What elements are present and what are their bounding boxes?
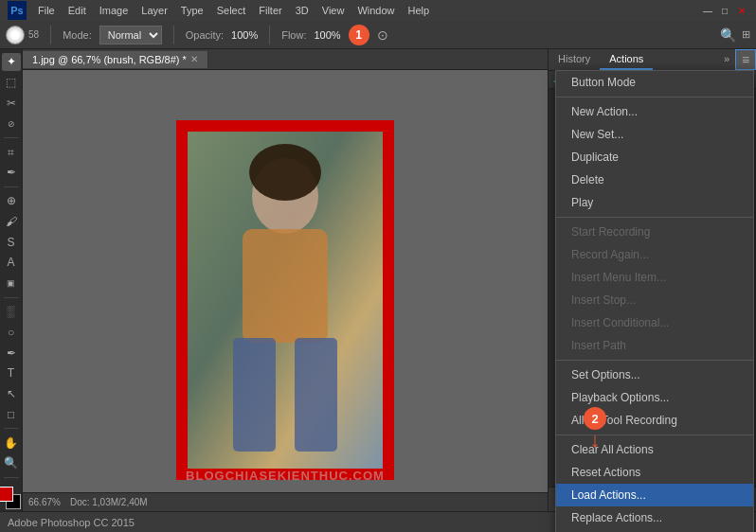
menu-layer[interactable]: Layer [135,3,173,18]
foreground-color[interactable] [0,487,13,502]
tool-shape[interactable]: □ [2,406,21,424]
tool-hand[interactable]: ✋ [2,434,21,452]
tool-separator-1 [4,137,19,138]
app-status-text: Adobe Photoshop CC 2015 [8,517,135,528]
tool-marquee[interactable]: ⬚ [2,74,21,92]
options-bar: 58 Mode: Normal Opacity: 100% Flow: 100%… [0,21,756,49]
tool-healing[interactable]: ⊕ [2,192,21,210]
zoom-level: 66.67% [28,497,61,507]
canvas-status-bar: 66.67% Doc: 1,03M/2,40M [23,492,548,511]
menu-edit[interactable]: Edit [63,3,92,18]
tool-zoom[interactable]: 🔍 [2,454,21,472]
menu-3d[interactable]: 3D [290,3,315,18]
mode-label: Mode: [63,29,92,41]
menu-window[interactable]: Window [351,3,400,18]
actions-tab[interactable]: Actions [600,49,653,70]
menu-view[interactable]: View [316,3,351,18]
color-swatches[interactable] [0,487,25,511]
brush-preset-area[interactable]: 58 [6,26,39,44]
menu-separator-3 [556,360,753,361]
tab-bar: 1.jpg @ 66,7% (brush, RGB/8#) * ✕ [23,49,548,70]
actions-dropdown-menu: Button Mode New Action... New Set... Dup… [555,70,754,532]
tool-eraser[interactable]: ▣ [2,275,21,293]
title-bar: Ps File Edit Image Layer Type Select Fil… [0,0,756,21]
airbrush-icon[interactable]: ⊙ [377,27,388,43]
menu-item-replace-actions[interactable]: Replace Actions... [556,506,753,529]
document-tab[interactable]: 1.jpg @ 66,7% (brush, RGB/8#) * ✕ [23,51,208,68]
arrange-icon[interactable]: ⊞ [742,28,750,41]
menu-filter[interactable]: Filter [253,3,287,18]
tool-gradient[interactable]: ░ [2,303,21,321]
flow-value[interactable]: 100% [314,29,340,41]
window-controls[interactable]: — □ ✕ [701,4,748,17]
menu-separator [556,97,753,98]
menu-item-set-options[interactable]: Set Options... [556,364,753,386]
tool-lasso[interactable]: ✂ [2,95,21,113]
flow-label: Flow: [281,29,306,41]
menu-type[interactable]: Type [175,3,209,18]
options-bar-right: 🔍 ⊞ [720,27,750,43]
menu-item-play[interactable]: Play [556,191,753,214]
tool-eyedropper[interactable]: ✒ [2,164,21,182]
brush-size-label: 58 [28,29,39,40]
menu-image[interactable]: Image [94,3,135,18]
panel-tab-bar: History Actions » ≡ [549,49,756,71]
tool-pen[interactable]: ✒ [2,344,21,362]
menu-item-duplicate[interactable]: Duplicate [556,146,753,168]
canvas-background[interactable]: BLOGCHIASEKIENTHUC.COM [23,70,548,511]
menu-item-new-set[interactable]: New Set... [556,123,753,146]
menu-item-record-again: Record Again... [556,243,753,266]
menu-select[interactable]: Select [211,3,252,18]
menu-item-start-recording: Start Recording [556,221,753,243]
menu-item-clear-all[interactable]: Clear All Actions [556,438,753,461]
annotation-badge-1: 1 [349,25,369,45]
menu-item-button-mode[interactable]: Button Mode [556,71,753,94]
title-bar-left: Ps File Edit Image Layer Type Select Fil… [8,1,435,20]
menu-item-insert-menu: Insert Menu Item... [556,266,753,289]
tool-clone[interactable]: S [2,233,21,251]
search-icon[interactable]: 🔍 [720,27,736,43]
menu-item-insert-stop: Insert Stop... [556,289,753,311]
menu-help[interactable]: Help [403,3,436,18]
minimize-button[interactable]: — [701,4,714,17]
separator-1 [50,26,51,44]
tool-history-brush[interactable]: A [2,254,21,272]
menu-bar[interactable]: File Edit Image Layer Type Select Filter… [32,3,435,18]
tool-path-select[interactable]: ↖ [2,385,21,403]
tool-crop[interactable]: ⌗ [2,143,21,161]
tool-separator-3 [4,297,19,298]
menu-item-insert-conditional: Insert Conditional... [556,311,753,334]
canvas-border [176,120,394,480]
menu-item-insert-path: Insert Path [556,334,753,357]
maximize-button[interactable]: □ [718,4,731,17]
tool-dodge[interactable]: ○ [2,323,21,341]
panel-expand-icon[interactable]: » [718,49,735,70]
menu-separator-2 [556,217,753,218]
mode-dropdown[interactable]: Normal [99,26,162,44]
close-button[interactable]: ✕ [735,4,748,17]
opacity-label: Opacity: [186,29,224,41]
menu-item-allow-tool-recording[interactable]: Allow Tool Recording [556,409,753,432]
tool-separator-2 [4,186,19,187]
separator-2 [173,26,174,44]
tool-quick-select[interactable]: ⊘ [2,115,21,133]
tab-close-button[interactable]: ✕ [190,54,198,64]
tool-separator-5 [4,477,19,478]
menu-item-new-action[interactable]: New Action... [556,100,753,123]
history-tab[interactable]: History [549,49,600,70]
left-toolbar: ✦ ⬚ ✂ ⊘ ⌗ ✒ ⊕ 🖌 S A ▣ ░ ○ ✒ T ↖ □ ✋ 🔍 [0,49,23,511]
menu-item-reset-actions[interactable]: Reset Actions [556,461,753,484]
menu-separator-4 [556,434,753,435]
menu-item-playback-options[interactable]: Playback Options... [556,386,753,409]
menu-item-delete[interactable]: Delete [556,168,753,191]
doc-size: Doc: 1,03M/2,40M [70,497,148,507]
menu-item-load-actions[interactable]: Load Actions... [556,484,753,506]
brush-preview[interactable] [6,26,25,44]
tool-move[interactable]: ✦ [2,53,21,71]
opacity-value[interactable]: 100% [231,29,258,41]
tool-text[interactable]: T [2,364,21,382]
panel-menu-button[interactable]: ≡ [735,49,756,70]
tool-brush[interactable]: 🖌 [2,212,21,230]
menu-file[interactable]: File [32,3,61,18]
canvas-area: 1.jpg @ 66,7% (brush, RGB/8#) * ✕ [23,49,548,511]
